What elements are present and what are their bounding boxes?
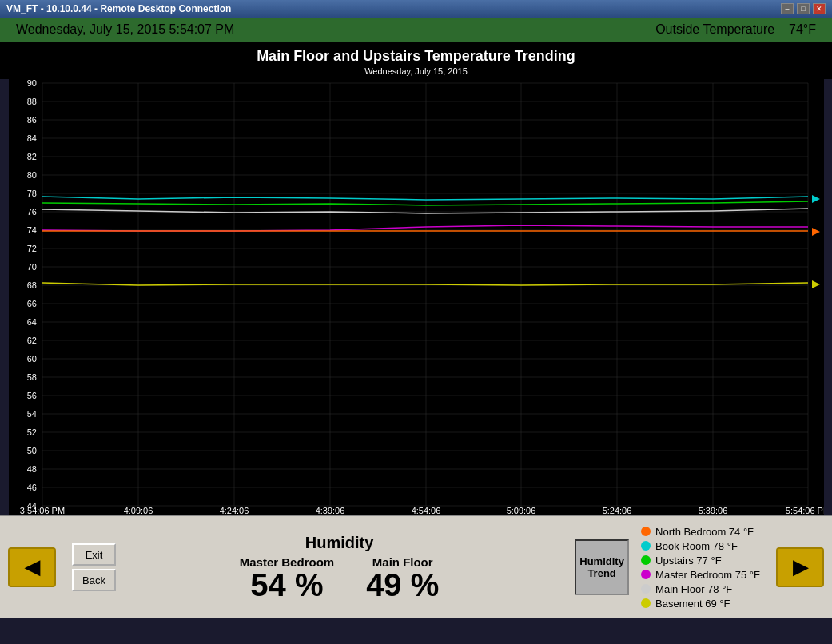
legend-label: North Bedroom 74 °F: [655, 526, 754, 538]
action-buttons: Exit Back: [72, 543, 116, 591]
legend-label: Master Bedroom 75 °F: [655, 569, 760, 581]
svg-text:66: 66: [26, 299, 36, 308]
minimize-button[interactable]: –: [781, 3, 794, 14]
legend-dot: [641, 541, 651, 551]
legend-label: Upstairs 77 °F: [655, 555, 722, 566]
svg-text:50: 50: [26, 446, 36, 455]
header-datetime: Wednesday, July 15, 2015 5:54:07 PM: [16, 22, 234, 37]
master-bedroom-humidity: Master Bedroom 54 %: [240, 555, 334, 601]
svg-text:54: 54: [26, 409, 36, 419]
svg-text:88: 88: [26, 97, 36, 106]
header-outside-temp: Outside Temperature 74°F: [655, 22, 816, 37]
humidity-trend-button[interactable]: HumidityTrend: [575, 539, 629, 595]
main-floor-value: 49 %: [366, 569, 439, 601]
humidity-title: Humidity: [305, 534, 374, 552]
back-button[interactable]: Back: [72, 569, 116, 591]
svg-text:3:54:06 PM: 3:54:06 PM: [19, 506, 64, 515]
bottom-panel: ◀ Exit Back Humidity Master Bedroom 54 %…: [0, 515, 832, 618]
legend-label: Main Floor 78 °F: [655, 583, 732, 595]
chart-container: 90 88 86 84 82 80 78 76 74 72 70 68 66 6…: [9, 79, 824, 515]
legend-item: Basement 69 °F: [641, 598, 760, 610]
legend-item: Main Floor 78 °F: [641, 583, 760, 595]
header-bar: Wednesday, July 15, 2015 5:54:07 PM Outs…: [0, 18, 832, 42]
svg-text:80: 80: [26, 170, 36, 180]
legend: North Bedroom 74 °FBook Room 78 °FUpstai…: [641, 526, 760, 610]
svg-text:46: 46: [26, 483, 36, 492]
svg-text:68: 68: [26, 280, 36, 290]
svg-text:4:24:06: 4:24:06: [219, 506, 249, 515]
master-bedroom-value: 54 %: [250, 569, 323, 601]
humidity-section: Humidity Master Bedroom 54 % Main Floor …: [116, 534, 563, 601]
svg-text:5:54:06 PM: 5:54:06 PM: [785, 506, 823, 515]
legend-item: Book Room 78 °F: [641, 540, 760, 552]
nav-back-button[interactable]: ◀: [8, 547, 56, 587]
legend-dot: [641, 570, 651, 579]
svg-text:86: 86: [26, 115, 36, 125]
svg-text:52: 52: [26, 427, 36, 437]
svg-text:64: 64: [26, 317, 36, 327]
legend-label: Basement 69 °F: [655, 598, 730, 610]
chart-svg: 90 88 86 84 82 80 78 76 74 72 70 68 66 6…: [9, 79, 824, 515]
title-bar-controls: – □ ✕: [781, 3, 826, 14]
chart-subtitle: Wednesday, July 15, 2015: [0, 66, 832, 79]
svg-text:76: 76: [26, 207, 36, 217]
main-floor-humidity: Main Floor 49 %: [366, 555, 439, 601]
svg-text:70: 70: [26, 262, 36, 272]
legend-dot: [641, 527, 651, 536]
maximize-button[interactable]: □: [797, 3, 810, 14]
svg-text:4:39:06: 4:39:06: [315, 506, 344, 515]
svg-text:4:54:06: 4:54:06: [411, 506, 440, 515]
exit-button[interactable]: Exit: [72, 543, 116, 566]
svg-text:60: 60: [26, 354, 36, 364]
svg-text:5:24:06: 5:24:06: [602, 506, 631, 515]
svg-text:5:39:06: 5:39:06: [698, 506, 727, 515]
svg-text:74: 74: [26, 225, 36, 235]
legend-dot: [641, 555, 651, 565]
legend-label: Book Room 78 °F: [655, 540, 738, 552]
legend-item: North Bedroom 74 °F: [641, 526, 760, 538]
title-bar-label: VM_FT - 10.10.0.44 - Remote Desktop Conn…: [6, 3, 231, 14]
svg-text:48: 48: [26, 464, 36, 474]
svg-text:62: 62: [26, 336, 36, 345]
legend-item: Upstairs 77 °F: [641, 555, 760, 566]
svg-text:4:09:06: 4:09:06: [123, 506, 153, 515]
nav-forward-button[interactable]: ▶: [776, 547, 824, 587]
chart-title: Main Floor and Upstairs Temperature Tren…: [0, 42, 832, 66]
svg-text:56: 56: [26, 391, 36, 400]
svg-text:84: 84: [26, 133, 36, 143]
close-button[interactable]: ✕: [813, 3, 826, 14]
legend-dot: [641, 598, 651, 608]
legend-item: Master Bedroom 75 °F: [641, 569, 760, 581]
legend-dot: [641, 584, 651, 594]
svg-text:82: 82: [26, 152, 36, 161]
svg-text:90: 90: [26, 79, 36, 88]
title-bar: VM_FT - 10.10.0.44 - Remote Desktop Conn…: [0, 0, 832, 18]
svg-text:72: 72: [26, 244, 36, 253]
svg-text:5:09:06: 5:09:06: [506, 506, 535, 515]
svg-text:78: 78: [26, 189, 36, 198]
humidity-readings: Master Bedroom 54 % Main Floor 49 %: [240, 555, 440, 601]
svg-rect-0: [9, 79, 824, 515]
svg-text:58: 58: [26, 372, 36, 382]
